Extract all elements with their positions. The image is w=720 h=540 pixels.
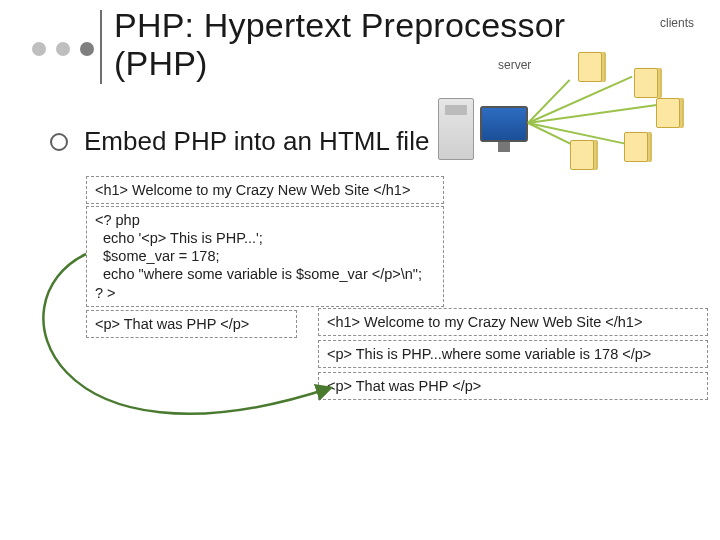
- slide-marker-dots: [32, 42, 94, 56]
- title-divider: [100, 10, 102, 84]
- code-source-p: <p> That was PHP </p>: [86, 310, 297, 338]
- server-monitor-icon: [480, 106, 528, 142]
- client-doc-icon: [578, 52, 602, 82]
- client-doc-icon: [656, 98, 680, 128]
- bullet-icon: [50, 133, 68, 151]
- code-output-h1: <h1> Welcome to my Crazy New Web Site </…: [318, 308, 708, 336]
- dot-icon: [80, 42, 94, 56]
- dot-icon: [56, 42, 70, 56]
- client-doc-icon: [634, 68, 658, 98]
- client-doc-icon: [624, 132, 648, 162]
- code-output-p1: <p> This is PHP...where some variable is…: [318, 340, 708, 368]
- code-source-h1: <h1> Welcome to my Crazy New Web Site </…: [86, 176, 444, 204]
- clients-label: clients: [660, 16, 694, 30]
- server-label: server: [498, 58, 531, 72]
- dot-icon: [32, 42, 46, 56]
- server-tower-icon: [438, 98, 474, 160]
- server-clients-diagram: server clients: [428, 58, 708, 178]
- code-output-p2: <p> That was PHP </p>: [318, 372, 708, 400]
- client-doc-icon: [570, 140, 594, 170]
- bullet-text: Embed PHP into an HTML file: [84, 126, 429, 157]
- code-source-php: <? php echo '<p> This is PHP...'; $some_…: [86, 206, 444, 307]
- bullet-row: Embed PHP into an HTML file: [50, 126, 429, 157]
- title-line2: (PHP): [114, 44, 208, 82]
- title-line1: PHP: Hypertext Preprocessor: [114, 6, 565, 44]
